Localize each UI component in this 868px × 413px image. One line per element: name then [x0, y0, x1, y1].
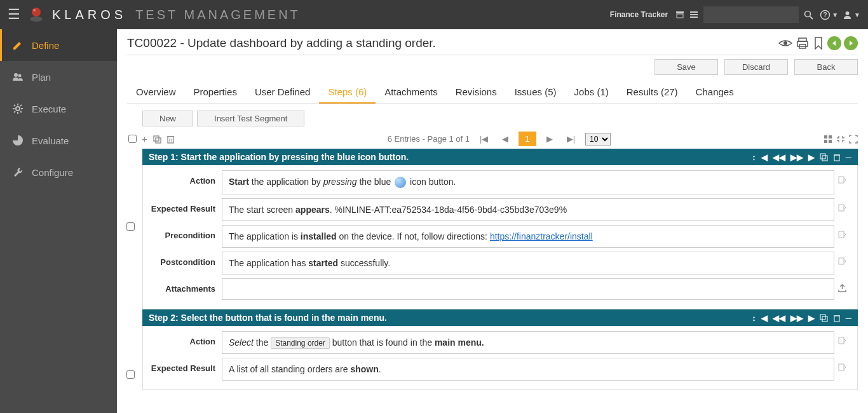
- step-1-checkbox[interactable]: [126, 222, 135, 231]
- svg-rect-34: [824, 135, 827, 139]
- prev-page-icon[interactable]: ◀: [498, 133, 512, 145]
- expand-icon[interactable]: [849, 135, 858, 144]
- step-1-attachments-field[interactable]: [222, 278, 834, 300]
- tab-attachments[interactable]: Attachments: [376, 81, 446, 104]
- sidebar-item-evaluate[interactable]: Evaluate: [0, 125, 117, 156]
- hamburger-icon[interactable]: ☰: [8, 6, 20, 23]
- svg-rect-45: [839, 258, 844, 264]
- back-button[interactable]: Back: [794, 59, 858, 75]
- pagesize-select[interactable]: 10: [585, 133, 611, 146]
- svg-line-20: [14, 105, 15, 106]
- grid-view-icon[interactable]: [824, 135, 832, 144]
- discard-button[interactable]: Discard: [724, 59, 788, 75]
- step-first-icon[interactable]: ◀◀: [773, 313, 785, 323]
- tab-revisions[interactable]: Revisions: [447, 81, 506, 104]
- tab-steps[interactable]: Steps (6): [319, 81, 376, 104]
- next-circle-icon[interactable]: [844, 36, 858, 50]
- users-icon: [11, 71, 24, 83]
- eye-icon[interactable]: [778, 36, 793, 51]
- select-all-checkbox[interactable]: [128, 135, 137, 143]
- bookmark-icon[interactable]: [812, 36, 825, 50]
- svg-point-14: [18, 74, 22, 78]
- tab-properties[interactable]: Properties: [185, 81, 246, 104]
- step-1-title: Step 1: Start the application by pressin…: [149, 152, 752, 162]
- content-area: TC00022 - Update dashboard by adding a s…: [117, 29, 868, 413]
- field-extra-icon[interactable]: [837, 175, 846, 184]
- archive-icon[interactable]: [675, 10, 684, 19]
- field-extra-icon[interactable]: [837, 363, 846, 372]
- step-copy-icon[interactable]: [820, 153, 828, 161]
- step-2-action-field[interactable]: Select the Standing order button that is…: [222, 331, 834, 354]
- svg-rect-51: [839, 364, 844, 370]
- tab-bar: Overview Properties User Defined Steps (…: [127, 81, 858, 104]
- list-icon[interactable]: [689, 10, 698, 19]
- step-delete-icon[interactable]: [833, 314, 841, 322]
- sidebar-item-execute[interactable]: Execute: [0, 93, 117, 125]
- sidebar-item-plan[interactable]: Plan: [0, 61, 117, 93]
- label-action: Action: [143, 170, 222, 186]
- new-button[interactable]: New: [142, 111, 193, 126]
- tab-overview[interactable]: Overview: [127, 81, 185, 104]
- svg-point-15: [16, 107, 20, 111]
- svg-rect-29: [156, 138, 161, 143]
- step-first-icon[interactable]: ◀◀: [773, 152, 785, 162]
- svg-line-9: [810, 17, 813, 19]
- copy-icon[interactable]: [153, 135, 161, 144]
- svg-point-1: [32, 8, 41, 17]
- step-next-icon[interactable]: ▶: [808, 313, 815, 323]
- search-icon[interactable]: [804, 10, 813, 20]
- tab-changes[interactable]: Changes: [687, 81, 743, 104]
- tab-results[interactable]: Results (27): [618, 81, 687, 104]
- step-last-icon[interactable]: ▶▶: [790, 152, 803, 162]
- step-next-icon[interactable]: ▶: [808, 152, 815, 162]
- sidebar-item-configure[interactable]: Configure: [0, 156, 117, 188]
- prev-circle-icon[interactable]: [827, 36, 841, 50]
- save-button[interactable]: Save: [654, 59, 718, 75]
- step-delete-icon[interactable]: [833, 153, 841, 161]
- tab-jobs[interactable]: Jobs (1): [566, 81, 618, 104]
- field-extra-icon[interactable]: [837, 257, 846, 266]
- pie-chart-icon: [11, 135, 24, 146]
- move-icon[interactable]: ↕: [752, 313, 756, 323]
- wrench-icon: [11, 166, 24, 178]
- tab-user-defined[interactable]: User Defined: [246, 81, 320, 104]
- field-extra-icon[interactable]: [837, 336, 846, 345]
- step-copy-icon[interactable]: [820, 314, 828, 322]
- step-collapse-icon[interactable]: ─: [846, 313, 851, 323]
- step-prev-icon[interactable]: ◀: [761, 152, 768, 162]
- insert-segment-button[interactable]: Insert Test Segment: [197, 111, 304, 126]
- step-collapse-icon[interactable]: ─: [846, 152, 851, 162]
- step-1-action-field[interactable]: Start the application by pressing the bl…: [222, 170, 834, 194]
- install-link[interactable]: https://finanztracker/install: [490, 231, 593, 241]
- step-1-expected-field[interactable]: The start screen appears. %INLINE-ATT:ea…: [222, 198, 834, 221]
- step-prev-icon[interactable]: ◀: [761, 313, 768, 323]
- field-extra-icon[interactable]: [837, 230, 846, 239]
- svg-rect-35: [829, 135, 832, 139]
- step-2-checkbox[interactable]: [126, 370, 135, 379]
- last-page-icon[interactable]: ▶|: [563, 133, 579, 145]
- help-menu[interactable]: ? ▼: [820, 10, 838, 20]
- upload-icon[interactable]: [837, 283, 847, 293]
- brand-subtitle: TEST MANAGEMENT: [135, 8, 301, 22]
- first-page-icon[interactable]: |◀: [476, 133, 492, 145]
- print-icon[interactable]: [796, 36, 810, 50]
- tab-issues[interactable]: Issues (5): [506, 81, 566, 104]
- step-1-postcondition-field[interactable]: The application has started successfully…: [222, 252, 834, 274]
- step-last-icon[interactable]: ▶▶: [790, 313, 803, 323]
- svg-rect-37: [829, 140, 832, 143]
- step-2-expected-field[interactable]: A list of all standing orders are shown.: [222, 358, 834, 381]
- sidebar-item-label: Evaluate: [32, 135, 69, 146]
- next-page-icon[interactable]: ▶: [543, 133, 557, 145]
- delete-icon[interactable]: [166, 135, 175, 144]
- svg-line-23: [20, 105, 22, 106]
- field-extra-icon[interactable]: [837, 203, 846, 212]
- add-icon[interactable]: +: [142, 133, 147, 144]
- search-input[interactable]: [703, 6, 799, 23]
- step-1-precondition-field[interactable]: The application is installed on the devi…: [222, 225, 834, 248]
- page-title: TC00022 - Update dashboard by adding a s…: [127, 36, 778, 50]
- move-icon[interactable]: ↕: [752, 152, 756, 162]
- sidebar-item-define[interactable]: Define: [0, 29, 117, 61]
- user-menu[interactable]: ▼: [842, 10, 860, 20]
- svg-point-2: [33, 9, 36, 11]
- collapse-icon[interactable]: [836, 135, 845, 144]
